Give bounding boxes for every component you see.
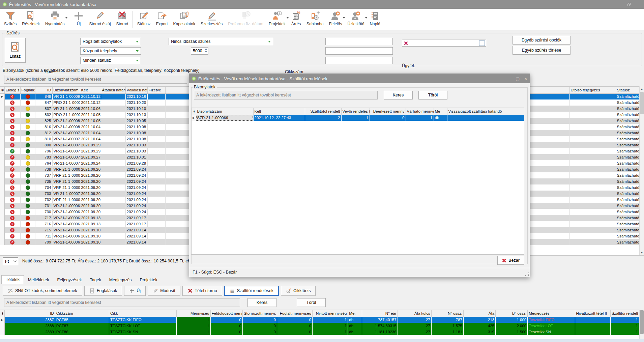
column-header-cikkszam[interactable]: Cikkszám <box>55 310 109 317</box>
scroll-up-icon[interactable]: ▲ <box>640 86 644 91</box>
table-row[interactable]: ▶SZR-21-1-0000692021.10.12. 22:27:432101… <box>192 115 524 121</box>
bezar-button[interactable]: Bezár <box>497 256 524 265</box>
toolbar-button-uzletkoto[interactable]: Üzletkötő <box>345 9 367 29</box>
restore-window-icon[interactable] <box>627 3 631 6</box>
toolbar-button-projektek[interactable]: Projektek <box>266 9 288 29</box>
maximum-spinner[interactable]: 5000 <box>191 47 208 55</box>
uj-button[interactable]: Új <box>124 286 146 296</box>
column-header-hiv[interactable]: Hivatkozott tétel II <box>575 310 610 317</box>
toolbar-button-kapcsolatok[interactable]: Kapcsolatok <box>171 9 198 29</box>
clear-x-icon[interactable] <box>404 41 408 45</box>
toolbar-button-statusz[interactable]: Státusz <box>135 9 153 29</box>
main-grid-scrollbar[interactable]: ▲ ▼ <box>639 86 644 255</box>
column-header-ind[interactable]: ∗ <box>0 87 4 93</box>
column-header-vissza[interactable]: Visszaigazolt szállítási határidő <box>447 108 524 115</box>
column-header-biz[interactable]: Bizonylatszám <box>52 87 80 93</box>
column-header-megj[interactable]: Megjegyzés <box>528 310 575 317</box>
close-icon[interactable]: × <box>524 76 527 81</box>
column-header-afa[interactable]: Áfa <box>463 310 495 317</box>
dialog-keres-button[interactable]: Keres <box>384 91 413 99</box>
horizontal-scrollbar[interactable] <box>0 339 644 342</box>
column-header-storno[interactable]: Stornózott mennyi: <box>242 310 277 317</box>
toolbar-button-arres[interactable]: %Árrés <box>288 9 304 29</box>
column-header-bossz[interactable]: B° össz. <box>496 310 528 317</box>
cikkszam-input[interactable] <box>325 38 393 45</box>
tab-feljegyzesek[interactable]: Feljegyzések <box>53 276 86 284</box>
column-header-eloleg[interactable]: Előleg s <box>4 87 20 93</box>
column-header-vevoi[interactable]: Vevői rendelés té <box>341 108 370 115</box>
scrollbar-thumb[interactable] <box>640 310 644 334</box>
column-header-varhato[interactable]: Várható mennyisé <box>406 108 434 115</box>
column-header-nossz[interactable]: N° össz. <box>431 310 463 317</box>
tab-projektek[interactable]: Projektek <box>136 276 162 284</box>
toolbar-button-storno-es-uj[interactable]: Stornó és új <box>86 9 113 29</box>
toolbar-button-uj[interactable]: Új <box>71 9 86 29</box>
dialog-torol-button[interactable]: Töröl <box>418 91 447 99</box>
table-row[interactable]: 2388PCT87TESZTCIKK LOT10001db1 574,80315… <box>0 323 639 329</box>
scrollbar-thumb[interactable] <box>640 92 644 114</box>
currency-select[interactable]: Ft <box>3 257 18 265</box>
toolbar-button-reszletek[interactable]: Részletek <box>19 9 42 29</box>
table-row[interactable]: ▶2387PCT85TESZTCIKK FIFO10001db787,40157… <box>0 317 639 323</box>
tab-megjegyzes[interactable]: Megjegyzés <box>105 276 136 284</box>
column-header-me[interactable]: Me. <box>348 310 362 317</box>
column-header-biz[interactable]: Bizonylatszám <box>196 108 253 115</box>
toolbar-button-export[interactable]: Export <box>153 9 171 29</box>
modosit-button[interactable]: Módosít <box>148 286 180 296</box>
column-header-atad[interactable]: Átadási határidő <box>101 87 125 93</box>
scroll-down-icon[interactable]: ▼ <box>640 250 644 255</box>
ugyfel-lookup-button[interactable] <box>479 40 485 46</box>
kulso-megrendelesszam-input[interactable] <box>325 57 393 64</box>
toolbar-button-szures[interactable]: Szűrés <box>1 9 19 29</box>
egyeb-szuresi-opciok-button[interactable]: Egyéb szűrési opciók <box>513 36 570 45</box>
column-header-szall[interactable]: Szállítói rendelt me <box>610 310 639 317</box>
toolbar-button-nyomtatas[interactable]: Nyomtatás <box>42 9 67 29</box>
column-header-id[interactable]: ID <box>35 87 52 93</box>
table-row[interactable]: 2389PCT86TESZTCIKK SN10001db1 181,102362… <box>0 329 639 335</box>
column-header-menny[interactable]: Mennyiség <box>177 310 210 317</box>
column-header-ind[interactable]: ∗ <box>0 310 4 317</box>
ugyfel-input[interactable] <box>402 39 486 47</box>
statusz-combo[interactable]: Minden státusz <box>80 57 141 64</box>
egyeb-szures-torlese-button[interactable]: Egyéb szűrés törlése <box>513 46 570 55</box>
bottom-keres-button[interactable]: Keres <box>247 298 276 307</box>
tetel-storno-button[interactable]: Tétel storno <box>182 286 222 296</box>
dialog-search-input[interactable] <box>194 91 378 99</box>
resize-grip[interactable] <box>525 272 529 276</box>
maximize-icon[interactable]: ▢ <box>516 76 520 81</box>
column-header-vall[interactable]: Vállalási határ <box>125 87 147 93</box>
listaz-button[interactable]: Listáz <box>5 38 26 63</box>
cikktorzs-button[interactable]: eCikktörzs <box>281 286 316 296</box>
column-header-beerk[interactable]: Beérkezett menny <box>370 108 406 115</box>
column-header-id[interactable]: ID <box>4 310 55 317</box>
tab-tagek[interactable]: Tagek <box>86 276 105 284</box>
column-header-ind[interactable]: ∗ <box>192 108 196 115</box>
column-header-szall[interactable]: Szállítótól rendelt <box>305 108 341 115</box>
tab-mellekletek[interactable]: Mellékletek <box>24 276 53 284</box>
column-header-cikk[interactable]: Cikk <box>109 310 177 317</box>
sn-lot-kodok-sortiment-elemek-button[interactable]: SNLOTSN/LOT kódok, sortiment elemek <box>3 286 82 296</box>
column-header-foglalt[interactable]: Foglalt mennyiség <box>277 310 312 317</box>
telephely-combo[interactable]: Központi telephely <box>80 47 141 55</box>
column-header-foglalas[interactable]: Foglalás <box>20 87 35 93</box>
column-header-afakulcs[interactable]: Áfa kulcs <box>398 310 431 317</box>
tab-tetelek[interactable]: Tételek <box>1 275 24 284</box>
column-header-fizetve[interactable]: Fizetve <box>147 87 165 93</box>
column-header-kelt[interactable]: Kelt <box>80 87 101 93</box>
bottom-search-input[interactable] <box>4 298 240 307</box>
tipus-combo[interactable]: Rögzített bizonylatok <box>80 38 141 45</box>
column-header-near[interactable]: N° eár <box>362 310 398 317</box>
toolbar-button-szerkesztes[interactable]: Szerkesztés <box>198 9 225 29</box>
toolbar-button-storno[interactable]: Stornó <box>113 9 130 29</box>
bizonylatszam-input[interactable] <box>325 47 393 55</box>
toolbar-button-naplo[interactable]: Napló <box>367 9 383 29</box>
foglalasok-button[interactable]: Foglalások <box>84 286 122 296</box>
spinner-arrows-icon[interactable] <box>205 48 207 53</box>
column-header-utolso[interactable]: Utolsó feljegyzés <box>569 87 616 93</box>
column-header-nyitott[interactable]: Nyitott mennyiség <box>313 310 348 317</box>
column-header-me[interactable]: Me <box>434 108 447 115</box>
toolbar-button-felelos[interactable]: Felelős <box>326 9 345 29</box>
idoszak-combo[interactable]: Nincs időszak szűrés <box>169 38 273 45</box>
main-search-input[interactable] <box>4 75 187 84</box>
bottom-torol-button[interactable]: Töröl <box>297 298 326 307</box>
